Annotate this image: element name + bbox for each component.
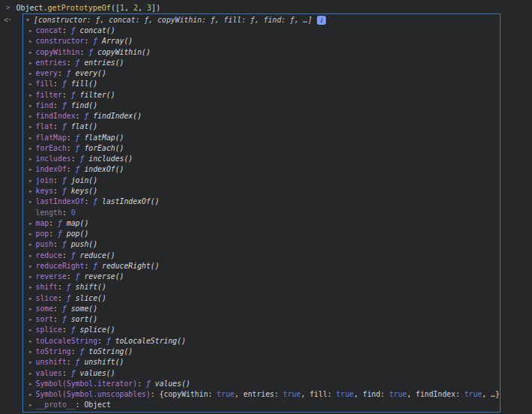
token-name: every [36, 68, 58, 79]
property-row[interactable]: ▶ shift: ƒ shift() [23, 282, 500, 292]
token-base: , [300, 389, 309, 400]
property-row[interactable]: ▶ indexOf: ƒ indexOf() [23, 164, 500, 175]
token-base: : [62, 208, 71, 218]
token-name: splice [36, 325, 62, 335]
expand-triangle-icon[interactable]: ▶ [29, 389, 36, 400]
token-fnname: fill() [71, 79, 97, 89]
expand-triangle-icon[interactable]: ▶ [29, 239, 36, 250]
token-fn: ƒ [62, 239, 71, 250]
expand-triangle-icon[interactable]: ▶ [29, 154, 36, 164]
property-row[interactable]: ▶ keys: ƒ keys() [23, 186, 500, 196]
expand-triangle-icon[interactable]: ▶ [29, 58, 36, 68]
expand-triangle-icon[interactable]: ▶ [29, 26, 36, 36]
expand-triangle-icon[interactable]: ▶ [29, 122, 36, 132]
expand-triangle-icon[interactable]: ▶ [29, 47, 36, 58]
expand-triangle-icon[interactable]: ▶ [29, 79, 36, 89]
property-row[interactable]: ▶ flat: ƒ flat() [23, 122, 500, 132]
token-name: flatMap [36, 133, 67, 143]
expand-triangle-icon[interactable]: ▶ [29, 346, 36, 357]
property-row[interactable]: ▶ join: ƒ join() [23, 176, 500, 186]
property-row[interactable]: ▶ unshift: ƒ unshift() [23, 357, 500, 368]
token-name: forEach [36, 143, 67, 154]
property-row[interactable]: ▶ Symbol(Symbol.iterator): ƒ values() [23, 379, 500, 389]
property-row[interactable]: ▶ findIndex: ƒ findIndex() [23, 111, 500, 122]
info-icon[interactable]: i [317, 16, 326, 25]
expand-triangle-icon[interactable]: ▶ [29, 111, 36, 122]
property-row[interactable]: ▶ values: ƒ values() [23, 368, 500, 379]
expand-triangle-icon[interactable]: ▶ [29, 304, 36, 314]
property-row[interactable]: ▶ every: ƒ every() [23, 68, 500, 79]
token-fnname: some() [71, 304, 97, 314]
console-input-row[interactable]: > Object.getPrototypeOf([1, 2, 3]) [0, 0, 532, 14]
property-row[interactable]: ▶ map: ƒ map() [23, 218, 500, 229]
token-base: ([ [111, 4, 120, 12]
property-row[interactable]: ▶ Symbol(Symbol.unscopables): {copyWithi… [23, 389, 500, 400]
expand-triangle-icon[interactable]: ▶ [29, 293, 36, 304]
property-row[interactable]: ▶ fill: ƒ fill() [23, 79, 500, 89]
property-row[interactable]: ▶ toString: ƒ toString() [23, 346, 500, 357]
token-base: , [354, 389, 363, 400]
object-preview-row[interactable]: ▼ [constructor: ƒ, concat: ƒ, copyWithin… [23, 14, 500, 26]
property-row[interactable]: ▶ sort: ƒ sort() [23, 314, 500, 325]
expand-triangle-icon[interactable]: ▶ [29, 229, 36, 239]
expand-triangle-icon[interactable]: ▶ [29, 400, 36, 410]
property-row[interactable]: ▶ reduceRight: ƒ reduceRight() [23, 261, 500, 272]
token-fn: ƒ [62, 314, 71, 325]
collapse-triangle-icon[interactable]: ▼ [26, 17, 34, 23]
property-row[interactable]: ▶ slice: ƒ slice() [23, 293, 500, 304]
property-row[interactable]: ▶ push: ƒ push() [23, 239, 500, 250]
expand-triangle-icon[interactable]: ▶ [29, 100, 36, 111]
property-row[interactable]: ▶ flatMap: ƒ flatMap() [23, 133, 500, 143]
property-row[interactable]: ▶ find: ƒ find() [23, 100, 500, 111]
token-bool: true [217, 389, 235, 400]
expand-triangle-icon[interactable]: ▶ [29, 176, 36, 186]
token-pkey: entries [244, 389, 274, 400]
expand-triangle-icon[interactable]: ▶ [29, 272, 36, 282]
property-row[interactable]: ▶ splice: ƒ splice() [23, 325, 500, 335]
property-row[interactable]: ▶ forEach: ƒ forEach() [23, 143, 500, 154]
property-row[interactable]: ▶ toLocaleString: ƒ toLocaleString() [23, 336, 500, 346]
expand-triangle-icon[interactable]: ▶ [29, 379, 36, 389]
expand-triangle-icon[interactable]: ▶ [29, 196, 36, 207]
expand-triangle-icon[interactable]: ▶ [29, 261, 36, 272]
property-row[interactable]: ▶ constructor: ƒ Array() [23, 36, 500, 46]
property-row[interactable]: length: 0 [23, 208, 500, 218]
property-row[interactable]: ▶ includes: ƒ includes() [23, 154, 500, 164]
expand-triangle-icon[interactable]: ▶ [29, 336, 36, 346]
property-row[interactable]: ▶ concat: ƒ concat() [23, 26, 500, 36]
expand-triangle-icon[interactable]: ▶ [29, 314, 36, 325]
token-name: push [36, 239, 54, 250]
expand-triangle-icon[interactable]: ▶ [29, 164, 36, 175]
token-fnname: includes() [88, 154, 133, 164]
property-row[interactable]: ▶ pop: ƒ pop() [23, 229, 500, 239]
expand-triangle-icon[interactable]: ▶ [29, 186, 36, 196]
expand-triangle-icon[interactable]: ▶ [29, 282, 36, 292]
property-row[interactable]: ▶ lastIndexOf: ƒ lastIndexOf() [23, 196, 500, 207]
expand-triangle-icon[interactable]: ▶ [29, 325, 36, 335]
property-row[interactable]: ▶ reduce: ƒ reduce() [23, 250, 500, 261]
token-fn: ƒ [84, 111, 93, 122]
token-name: join [36, 176, 54, 186]
token-name: keys [36, 186, 54, 196]
expand-triangle-icon[interactable]: ▶ [29, 68, 36, 79]
expand-triangle-icon[interactable]: ▶ [29, 36, 36, 46]
property-row[interactable]: ▶ __proto__: Object [23, 400, 500, 410]
token-fnname: findIndex() [93, 111, 142, 122]
property-row[interactable]: ▶ reverse: ƒ reverse() [23, 272, 500, 282]
expand-triangle-icon[interactable]: ▶ [29, 143, 36, 154]
property-row[interactable]: ▶ filter: ƒ filter() [23, 90, 500, 100]
expand-triangle-icon[interactable]: ▶ [29, 133, 36, 143]
expand-triangle-icon[interactable]: ▶ [29, 90, 36, 100]
property-row[interactable]: ▶ entries: ƒ entries() [23, 58, 500, 68]
property-row[interactable]: ▶ some: ƒ some() [23, 304, 500, 314]
token-fn: ƒ [62, 304, 71, 314]
token-base: : [208, 389, 217, 400]
expand-triangle-icon[interactable]: ▶ [29, 368, 36, 379]
expand-triangle-icon[interactable]: ▶ [29, 250, 36, 261]
expand-triangle-icon[interactable]: ▶ [29, 218, 36, 229]
expand-triangle-icon[interactable]: ▶ [29, 357, 36, 368]
property-row[interactable]: ▶ copyWithin: ƒ copyWithin() [23, 47, 500, 58]
token-base: : [67, 272, 76, 282]
token-base: : [53, 186, 62, 196]
token-fn: ƒ [76, 357, 85, 368]
